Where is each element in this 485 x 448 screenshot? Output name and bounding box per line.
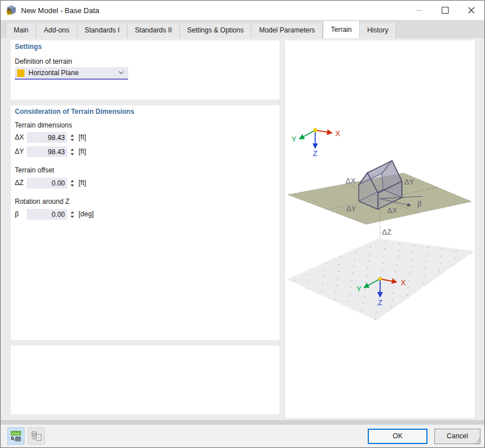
chevron-down-icon (118, 71, 124, 75)
axis-y-label: Y (291, 135, 297, 143)
dy-input[interactable] (27, 146, 67, 157)
dy-right-label: ΔY (404, 178, 414, 186)
beta-symbol: β (15, 209, 19, 220)
tab-add-ons[interactable]: Add-ons (36, 23, 77, 38)
spin-up-icon (71, 134, 74, 137)
spin-up-icon (71, 149, 74, 151)
tab-terrain[interactable]: Terrain (323, 21, 360, 38)
dy-symbol: ΔY (15, 146, 24, 157)
definition-of-terrain-label: Definition of terrain (15, 57, 72, 65)
close-button[interactable] (458, 1, 484, 20)
terrain-definition-value: Horizontal Plane (28, 69, 79, 77)
dx-bottom-label: ΔX (387, 206, 397, 215)
terrain-diagram-panel: X Y Z (285, 40, 475, 418)
terrain-dimensions-label: Terrain dimensions (15, 121, 72, 129)
dy-unit: [ft] (79, 146, 86, 157)
dx-spinner[interactable] (69, 132, 76, 143)
dy-bottom-label: ΔY (346, 204, 356, 213)
origin-point-icon (379, 277, 382, 281)
maximize-button[interactable] (432, 1, 458, 20)
tab-model-parameters[interactable]: Model Parameters (252, 23, 323, 38)
terrain-definition-combobox[interactable]: Horizontal Plane (15, 67, 128, 80)
dz-spinner[interactable] (69, 178, 76, 188)
new-model-dialog: 6 New Model - Base Data Main Add-ons Sta… (0, 0, 485, 448)
empty-groupbox (11, 346, 280, 414)
dz-input[interactable] (27, 178, 67, 188)
dimensions-header: Consideration of Terrain Dimensions (15, 108, 134, 116)
dz-symbol: ΔZ (15, 178, 23, 188)
coil-document-icon (31, 430, 42, 442)
terrain-offset-label: Terrain offset (15, 166, 54, 174)
copy-settings-button[interactable] (28, 428, 45, 445)
beta-unit: [deg] (79, 209, 94, 220)
beta-spinner[interactable] (69, 209, 76, 220)
footer-divider (1, 420, 484, 425)
dz-label: ΔZ (382, 228, 392, 236)
axis-y-label: Y (356, 285, 361, 293)
spin-down-icon (71, 153, 74, 155)
dy-row: ΔY [ft] (11, 146, 280, 157)
titlebar: 6 New Model - Base Data (1, 1, 484, 20)
dx-input[interactable] (27, 132, 67, 143)
tab-history[interactable]: History (360, 23, 396, 38)
ok-button[interactable]: OK (368, 429, 428, 444)
tab-standards-1[interactable]: Standards I (77, 23, 128, 38)
tab-settings-options[interactable]: Settings & Options (180, 23, 252, 38)
dx-unit: [ft] (79, 132, 86, 143)
origin-point-icon (314, 129, 317, 132)
app-icon: 6 (6, 5, 17, 15)
terrain-dimensions-groupbox: Consideration of Terrain Dimensions Terr… (11, 105, 280, 340)
minimize-button[interactable] (406, 1, 432, 20)
spin-down-icon (71, 184, 74, 187)
beta-input[interactable] (27, 209, 67, 220)
footer-bar: 0,00 OK Cancel (1, 425, 484, 447)
minimize-icon (416, 10, 422, 11)
spin-up-icon (71, 180, 74, 182)
terrain-type-swatch (17, 69, 24, 77)
spin-down-icon (71, 216, 74, 218)
axis-x-label: X (335, 129, 340, 138)
axis-z-label: Z (378, 298, 383, 307)
beta-row: β [deg] (11, 209, 280, 220)
axis-x-label: X (401, 278, 406, 287)
tab-bar: Main Add-ons Standards I Standards II Se… (1, 20, 484, 38)
dz-row: ΔZ [ft] (11, 178, 280, 188)
close-icon (468, 7, 475, 14)
maximize-icon (442, 7, 449, 14)
app-badge-number: 6 (7, 7, 11, 15)
tab-standards-2[interactable]: Standards II (128, 23, 180, 38)
window-title: New Model - Base Data (21, 6, 99, 15)
spin-up-icon (71, 211, 74, 213)
axis-z-label: Z (313, 149, 318, 158)
dx-top-label: ΔX (346, 176, 356, 185)
units-button-label: 0,00 (11, 436, 21, 441)
settings-header: Settings (15, 43, 42, 51)
rotation-around-z-label: Rotation around Z (15, 198, 69, 205)
dx-row: ΔX [ft] (11, 132, 280, 143)
global-axes-icon: X Y Z (291, 129, 340, 158)
spin-down-icon (71, 139, 74, 141)
window-controls (406, 1, 484, 20)
units-decimal-places-button[interactable]: 0,00 (7, 428, 24, 445)
dz-unit: [ft] (79, 178, 86, 188)
beta-label: β (417, 199, 421, 208)
dx-symbol: ΔX (15, 132, 24, 143)
tab-main[interactable]: Main (6, 23, 36, 38)
terrain-diagram: X Y Z (285, 40, 475, 418)
settings-groupbox: Settings Definition of terrain Horizonta… (11, 40, 280, 100)
dy-spinner[interactable] (69, 146, 76, 157)
resize-grip[interactable] (474, 438, 481, 445)
ruler-icon (11, 431, 21, 435)
